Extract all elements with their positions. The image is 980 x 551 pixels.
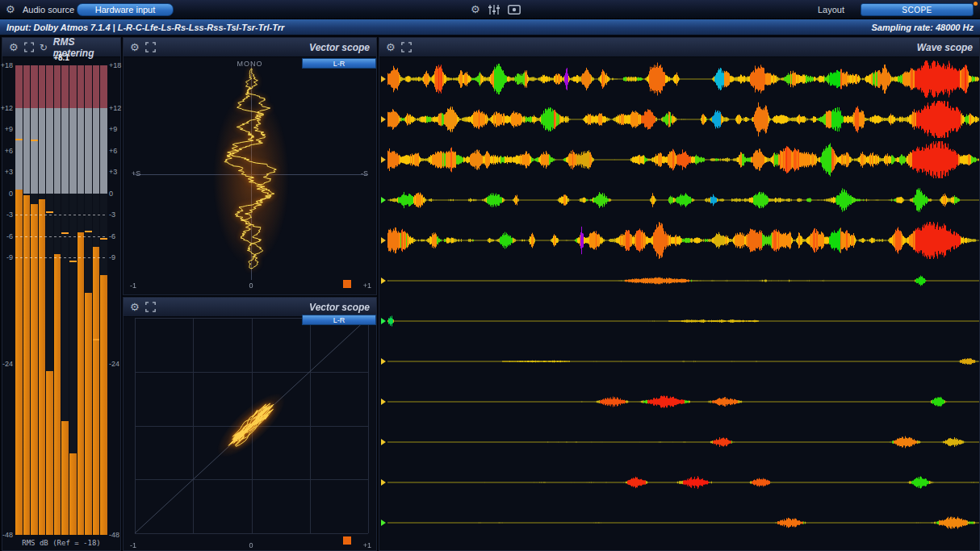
rms-footer-label: RMS dB (Ref = -18)	[2, 539, 120, 547]
meter-bar	[61, 421, 69, 535]
meter-column	[85, 65, 92, 535]
audio-source-label[interactable]: Audio source	[23, 5, 74, 15]
clip-indicator	[343, 536, 351, 545]
meter-column	[46, 65, 53, 535]
input-format-text: Input: Dolby Atmos 7.1.4 | L-R-C-Lfe-Ls-…	[6, 23, 284, 32]
meter-bar	[15, 190, 23, 535]
layout-button[interactable]: Layout	[818, 5, 844, 15]
db-scale-label: +6	[5, 148, 13, 155]
rms-settings-gear-icon[interactable]: ⚙	[9, 42, 19, 52]
audio-analyzer-app: ⚙ Audio source Hardware input ⚙ Layout S…	[0, 0, 980, 551]
peak-hold-tick	[31, 140, 38, 141]
scope-button[interactable]: SCOPE	[861, 3, 974, 16]
db-scale-label: +12	[1, 105, 13, 112]
meter-column	[100, 65, 107, 535]
rms-peak-readout: +8.1	[15, 53, 107, 62]
toolbar-center-icons: ⚙	[471, 4, 521, 15]
meter-bar	[85, 293, 92, 535]
vectorscope-polar-display	[124, 57, 378, 296]
db-scale-label: 0	[109, 190, 113, 198]
io-routing-icon[interactable]	[508, 5, 521, 15]
mixer-icon[interactable]	[488, 5, 500, 15]
meter-bar	[54, 254, 61, 535]
meter-bar	[46, 371, 53, 535]
rms-meter-columns	[15, 65, 107, 535]
db-scale-label: 0	[9, 190, 13, 198]
hardware-input-button[interactable]: Hardware input	[77, 3, 174, 16]
rms-reset-icon[interactable]: ↻	[40, 43, 48, 52]
peak-hold-tick	[100, 238, 107, 240]
meter-bar	[69, 453, 77, 535]
rms-metering-panel: ⚙ ↻ RMS metering +8.1 +18+12+9+6+30-3-6-…	[2, 37, 121, 551]
db-scale-label: +9	[109, 126, 117, 133]
meter-gridline	[15, 236, 107, 237]
waveform-display	[379, 57, 980, 551]
mono-axis-label: MONO	[124, 60, 376, 68]
wave-panel-title: Wave scope	[917, 42, 973, 53]
meter-bar	[23, 195, 31, 535]
meter-column	[31, 65, 38, 535]
db-scale-label: +3	[5, 169, 13, 176]
meter-bar	[77, 232, 85, 535]
meter-bar	[39, 199, 46, 535]
top-toolbar: ⚙ Audio source Hardware input ⚙ Layout S…	[0, 0, 980, 19]
x-axis-plus1-label: +1	[363, 541, 371, 549]
db-scale-label: -9	[6, 254, 13, 261]
meter-column	[69, 65, 77, 535]
meter-bar	[31, 204, 38, 535]
peak-hold-tick	[85, 231, 92, 232]
minus-s-axis-label: -S	[361, 169, 368, 177]
db-scale-label: -48	[109, 532, 119, 539]
x-axis-plus1-label: +1	[363, 282, 371, 290]
db-scale-label: +6	[109, 148, 117, 155]
db-scale-label: -24	[2, 361, 13, 368]
db-scale-label: +18	[109, 62, 121, 69]
rms-meter-display: +18+12+9+6+30-3-6-9-24-48 +18+12+9+6+30-…	[2, 65, 120, 535]
db-scale-label: +9	[5, 126, 13, 133]
global-settings-gear-icon[interactable]: ⚙	[471, 4, 480, 15]
vector-bottom-fullscreen-icon[interactable]	[145, 302, 156, 312]
db-scale-label: +3	[109, 169, 117, 176]
clip-indicator	[343, 280, 351, 288]
peak-hold-tick	[15, 139, 23, 140]
vector-bottom-mode-button[interactable]: L-R	[302, 315, 376, 325]
rms-scale-right: +18+12+9+6+30-3-6-9-24-48	[109, 65, 122, 535]
meter-column	[54, 65, 61, 535]
db-scale-label: -48	[2, 532, 13, 539]
db-scale-label: +12	[109, 105, 121, 112]
db-scale-label: -3	[6, 211, 13, 219]
meter-bar	[93, 247, 100, 535]
x-axis-zero-label: 0	[243, 282, 259, 290]
db-scale-label: -9	[109, 254, 115, 261]
settings-gear-icon[interactable]: ⚙	[6, 4, 15, 15]
meter-gridline	[15, 257, 107, 258]
peak-hold-tick	[93, 339, 100, 340]
db-scale-label: -6	[6, 233, 13, 240]
wave-settings-gear-icon[interactable]: ⚙	[386, 42, 396, 52]
x-axis-zero-label: 0	[243, 541, 259, 549]
vectorscope-xy-display	[124, 317, 378, 551]
wave-panel-header: ⚙ Wave scope	[379, 38, 979, 57]
vector-scope-panel-top: ⚙ Vector scope L-R MONO +S -S -1 0 +1	[123, 37, 377, 295]
vector-scope-panel-bottom: ⚙ Vector scope L-R -1 0 +1	[123, 297, 377, 551]
meter-gridline	[15, 215, 107, 215]
peak-hold-tick	[46, 211, 53, 213]
meter-column	[77, 65, 85, 535]
vector-top-fullscreen-icon[interactable]	[145, 42, 156, 52]
vector-bottom-settings-gear-icon[interactable]: ⚙	[130, 302, 140, 312]
vector-top-header: ⚙ Vector scope	[124, 38, 376, 57]
x-axis-minus1-label: -1	[130, 282, 136, 290]
x-axis-minus1-label: -1	[130, 541, 136, 549]
rms-fullscreen-icon[interactable]	[24, 42, 34, 52]
rms-scale-left: +18+12+9+6+30-3-6-9-24-48	[2, 65, 14, 535]
vector-bottom-title: Vector scope	[309, 302, 370, 313]
activity-dot	[974, 2, 978, 6]
db-scale-label: -24	[109, 361, 119, 368]
meter-column	[39, 65, 46, 535]
wave-fullscreen-icon[interactable]	[401, 42, 412, 52]
vector-top-settings-gear-icon[interactable]: ⚙	[130, 42, 140, 52]
db-scale-label: +18	[1, 62, 13, 69]
vector-top-title: Vector scope	[309, 42, 370, 53]
meter-column	[93, 65, 100, 535]
sampling-rate-text: Sampling rate: 48000 Hz	[871, 23, 974, 32]
